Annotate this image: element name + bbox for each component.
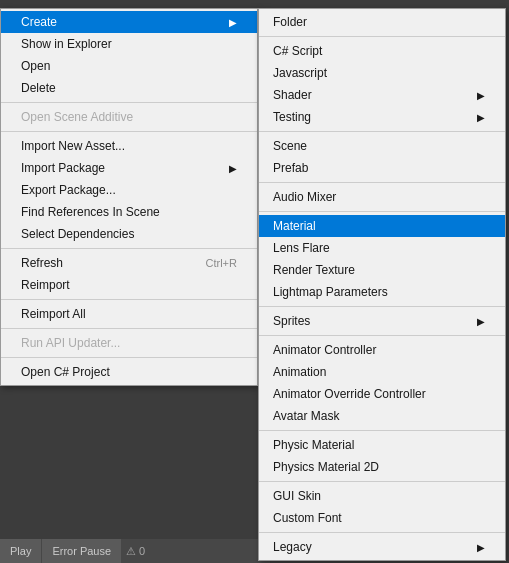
menu-item-reimport-all[interactable]: Reimport All — [1, 303, 257, 325]
menu-item-animator-controller[interactable]: Animator Controller — [259, 339, 505, 361]
menu-item-physic-material[interactable]: Physic Material — [259, 434, 505, 456]
menu-item-javascript[interactable]: Javascript — [259, 62, 505, 84]
warning-icon: ⚠ — [126, 545, 136, 558]
menu-item-animator-override-label: Animator Override Controller — [273, 387, 426, 401]
menu-item-import-package[interactable]: Import Package ▶ — [1, 157, 257, 179]
submenu-arrow-sprites: ▶ — [477, 316, 485, 327]
menu-item-refresh-label: Refresh — [21, 256, 63, 270]
menu-item-delete-label: Delete — [21, 81, 56, 95]
menu-item-select-deps-label: Select Dependencies — [21, 227, 134, 241]
warning-count: 0 — [139, 545, 145, 557]
menu-item-sprites-label: Sprites — [273, 314, 310, 328]
menu-item-reimport-label: Reimport — [21, 278, 70, 292]
menu-item-open[interactable]: Open — [1, 55, 257, 77]
separator-6 — [1, 357, 257, 358]
submenu-arrow-import-package: ▶ — [229, 163, 237, 174]
menu-item-render-texture[interactable]: Render Texture — [259, 259, 505, 281]
menu-item-custom-font[interactable]: Custom Font — [259, 507, 505, 529]
menu-item-refresh-shortcut: Ctrl+R — [206, 257, 237, 269]
menu-item-lightmap-params-label: Lightmap Parameters — [273, 285, 388, 299]
menu-item-create-label: Create — [21, 15, 57, 29]
bottom-bar: Play Error Pause ⚠ 0 — [0, 539, 270, 563]
error-pause-button[interactable]: Error Pause — [42, 539, 121, 563]
separator-1 — [1, 102, 257, 103]
menu-item-import-new-asset[interactable]: Import New Asset... — [1, 135, 257, 157]
menu-item-physics-material-2d[interactable]: Physics Material 2D — [259, 456, 505, 478]
menu-item-open-scene-additive-label: Open Scene Additive — [21, 110, 133, 124]
menu-item-animator-controller-label: Animator Controller — [273, 343, 376, 357]
menu-item-open-csharp-label: Open C# Project — [21, 365, 110, 379]
submenu-arrow-testing: ▶ — [477, 112, 485, 123]
r-separator-2 — [259, 131, 505, 132]
menu-item-csharp-script-label: C# Script — [273, 44, 322, 58]
menu-item-audio-mixer-label: Audio Mixer — [273, 190, 336, 204]
menu-item-csharp-script[interactable]: C# Script — [259, 40, 505, 62]
menu-item-lens-flare[interactable]: Lens Flare — [259, 237, 505, 259]
menu-item-reimport[interactable]: Reimport — [1, 274, 257, 296]
menu-item-show-explorer[interactable]: Show in Explorer — [1, 33, 257, 55]
menu-item-gui-skin[interactable]: GUI Skin — [259, 485, 505, 507]
right-context-menu: Folder C# Script Javascript Shader ▶ Tes… — [258, 8, 506, 561]
menu-item-refresh[interactable]: Refresh Ctrl+R — [1, 252, 257, 274]
menu-item-run-api-updater: Run API Updater... — [1, 332, 257, 354]
menu-item-scene[interactable]: Scene — [259, 135, 505, 157]
menu-item-testing[interactable]: Testing ▶ — [259, 106, 505, 128]
menu-item-scene-label: Scene — [273, 139, 307, 153]
r-separator-6 — [259, 335, 505, 336]
menu-item-prefab-label: Prefab — [273, 161, 308, 175]
menu-item-select-deps[interactable]: Select Dependencies — [1, 223, 257, 245]
menu-item-gui-skin-label: GUI Skin — [273, 489, 321, 503]
r-separator-8 — [259, 481, 505, 482]
menu-item-delete[interactable]: Delete — [1, 77, 257, 99]
play-button[interactable]: Play — [0, 539, 41, 563]
menu-item-shader-label: Shader — [273, 88, 312, 102]
menu-item-animator-override[interactable]: Animator Override Controller — [259, 383, 505, 405]
separator-4 — [1, 299, 257, 300]
separator-5 — [1, 328, 257, 329]
warning-indicator: ⚠ 0 — [126, 545, 145, 558]
menu-item-find-references-label: Find References In Scene — [21, 205, 160, 219]
menu-item-javascript-label: Javascript — [273, 66, 327, 80]
menu-item-legacy[interactable]: Legacy ▶ — [259, 536, 505, 558]
menu-item-lens-flare-label: Lens Flare — [273, 241, 330, 255]
r-separator-1 — [259, 36, 505, 37]
separator-2 — [1, 131, 257, 132]
menu-item-folder[interactable]: Folder — [259, 11, 505, 33]
submenu-arrow-shader: ▶ — [477, 90, 485, 101]
menu-item-prefab[interactable]: Prefab — [259, 157, 505, 179]
menu-item-lightmap-params[interactable]: Lightmap Parameters — [259, 281, 505, 303]
r-separator-9 — [259, 532, 505, 533]
menu-item-physics-material-2d-label: Physics Material 2D — [273, 460, 379, 474]
r-separator-5 — [259, 306, 505, 307]
menu-item-audio-mixer[interactable]: Audio Mixer — [259, 186, 505, 208]
menu-item-render-texture-label: Render Texture — [273, 263, 355, 277]
r-separator-7 — [259, 430, 505, 431]
menu-item-avatar-mask-label: Avatar Mask — [273, 409, 339, 423]
menu-item-material-label: Material — [273, 219, 316, 233]
menu-item-run-api-updater-label: Run API Updater... — [21, 336, 120, 350]
menu-item-import-new-asset-label: Import New Asset... — [21, 139, 125, 153]
menu-item-animation[interactable]: Animation — [259, 361, 505, 383]
r-separator-3 — [259, 182, 505, 183]
menu-item-custom-font-label: Custom Font — [273, 511, 342, 525]
menu-item-export-package-label: Export Package... — [21, 183, 116, 197]
menu-item-find-references[interactable]: Find References In Scene — [1, 201, 257, 223]
menu-item-avatar-mask[interactable]: Avatar Mask — [259, 405, 505, 427]
menu-item-material[interactable]: Material — [259, 215, 505, 237]
menu-item-testing-label: Testing — [273, 110, 311, 124]
menu-item-export-package[interactable]: Export Package... — [1, 179, 257, 201]
separator-3 — [1, 248, 257, 249]
left-context-menu: Create ▶ Show in Explorer Open Delete Op… — [0, 8, 258, 386]
menu-item-sprites[interactable]: Sprites ▶ — [259, 310, 505, 332]
menu-item-open-csharp[interactable]: Open C# Project — [1, 361, 257, 383]
menu-item-folder-label: Folder — [273, 15, 307, 29]
submenu-arrow-legacy: ▶ — [477, 542, 485, 553]
menu-item-import-package-label: Import Package — [21, 161, 105, 175]
menu-item-shader[interactable]: Shader ▶ — [259, 84, 505, 106]
menu-item-open-scene-additive: Open Scene Additive — [1, 106, 257, 128]
menu-item-legacy-label: Legacy — [273, 540, 312, 554]
menu-item-physic-material-label: Physic Material — [273, 438, 354, 452]
menu-item-create[interactable]: Create ▶ — [1, 11, 257, 33]
menu-item-animation-label: Animation — [273, 365, 326, 379]
submenu-arrow-create: ▶ — [229, 17, 237, 28]
